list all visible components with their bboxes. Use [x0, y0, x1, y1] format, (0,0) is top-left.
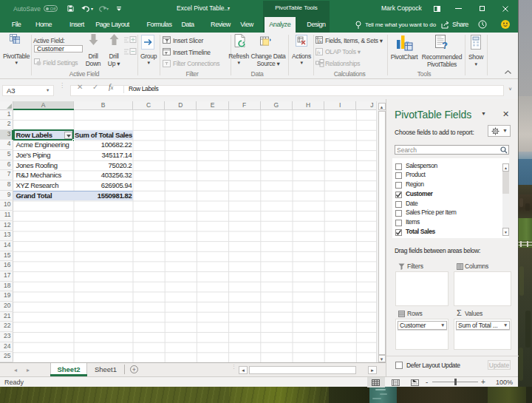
- svg-text:?: ?: [442, 40, 448, 51]
- svg-text:fx: fx: [317, 50, 321, 55]
- svg-text:fx: fx: [318, 39, 322, 44]
